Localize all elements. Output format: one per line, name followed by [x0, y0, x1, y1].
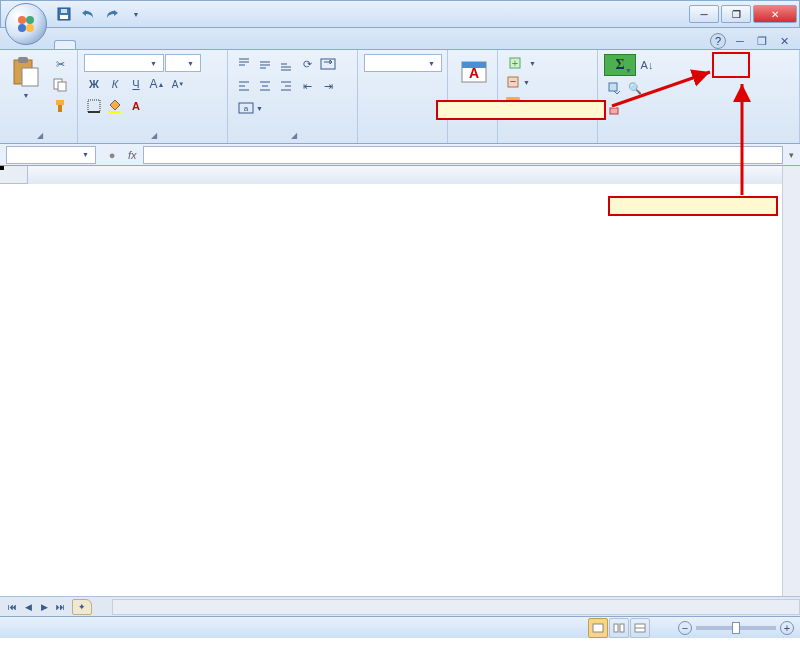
prev-sheet-icon[interactable]: ◀	[20, 599, 36, 615]
select-all-corner[interactable]	[0, 166, 28, 184]
qat-dropdown-icon[interactable]: ▼	[127, 5, 145, 23]
last-sheet-icon[interactable]: ⏭	[52, 599, 68, 615]
svg-rect-52	[593, 624, 603, 632]
maximize-button[interactable]: ❐	[721, 5, 751, 23]
svg-text:−: −	[510, 75, 516, 87]
svg-text:+: +	[512, 57, 518, 69]
vertical-scrollbar[interactable]	[782, 166, 800, 596]
svg-rect-12	[56, 100, 64, 105]
office-button[interactable]	[5, 3, 47, 45]
svg-point-1	[26, 16, 34, 24]
cut-icon[interactable]: ✂	[50, 54, 70, 74]
align-bottom-icon[interactable]	[276, 54, 296, 74]
paste-button[interactable]: ▼	[6, 54, 46, 101]
number-format-input[interactable]: ▼	[364, 54, 442, 72]
svg-line-50	[612, 72, 710, 106]
tab-data[interactable]	[136, 41, 156, 49]
align-middle-icon[interactable]	[255, 54, 275, 74]
formula-bar: ▼ ● fx ▾	[0, 144, 800, 166]
tab-view[interactable]	[176, 41, 196, 49]
sheet-tab-bar: ⏮ ◀ ▶ ⏭ ✦	[0, 596, 800, 616]
orientation-icon[interactable]: ⟳	[297, 54, 317, 74]
tab-insert[interactable]	[76, 41, 96, 49]
callout-autosum	[436, 100, 606, 120]
format-painter-icon[interactable]	[50, 96, 70, 116]
view-normal-icon[interactable]	[588, 618, 608, 638]
new-sheet-icon[interactable]: ✦	[72, 599, 92, 615]
svg-rect-26	[321, 59, 335, 69]
styles-button[interactable]: A	[454, 54, 494, 90]
align-left-icon[interactable]	[234, 76, 254, 96]
svg-rect-6	[61, 9, 67, 13]
view-pagebreak-icon[interactable]	[630, 618, 650, 638]
doc-close-icon[interactable]: ✕	[776, 33, 792, 49]
align-center-icon[interactable]	[255, 76, 275, 96]
expand-formula-icon[interactable]: ▾	[783, 150, 800, 160]
svg-rect-5	[60, 15, 68, 19]
svg-rect-13	[58, 105, 62, 112]
tab-home[interactable]	[54, 40, 76, 49]
svg-point-0	[18, 16, 26, 24]
bold-icon[interactable]: Ж	[84, 74, 104, 94]
view-layout-icon[interactable]	[609, 618, 629, 638]
zoom-slider[interactable]	[696, 626, 776, 630]
svg-text:A: A	[469, 65, 479, 81]
help-icon[interactable]: ?	[710, 33, 726, 49]
svg-rect-53	[614, 624, 618, 632]
doc-minimize-icon[interactable]: ─	[732, 33, 748, 49]
next-sheet-icon[interactable]: ▶	[36, 599, 52, 615]
fill-color-icon[interactable]	[105, 96, 125, 116]
svg-rect-14	[88, 100, 100, 112]
tab-page-layout[interactable]	[96, 41, 116, 49]
first-sheet-icon[interactable]: ⏮	[4, 599, 20, 615]
ribbon-tabs: ? ─ ❐ ✕	[0, 28, 800, 50]
align-right-icon[interactable]	[276, 76, 296, 96]
doc-restore-icon[interactable]: ❐	[754, 33, 770, 49]
font-name-input[interactable]: ▼	[84, 54, 164, 72]
fx-icon[interactable]: fx	[128, 149, 137, 161]
horizontal-scrollbar[interactable]	[112, 599, 800, 615]
svg-point-2	[18, 24, 26, 32]
wrap-text-icon[interactable]	[318, 54, 338, 74]
svg-rect-8	[18, 57, 28, 63]
grow-font-icon[interactable]: A▲	[147, 74, 167, 94]
svg-point-3	[26, 24, 34, 32]
quick-access-toolbar: ▼	[55, 5, 145, 23]
svg-rect-16	[109, 111, 121, 113]
save-icon[interactable]	[55, 5, 73, 23]
align-top-icon[interactable]	[234, 54, 254, 74]
name-box[interactable]: ▼	[6, 146, 96, 164]
font-size-input[interactable]: ▼	[165, 54, 201, 72]
title-bar: ▼ ─ ❐ ✕	[0, 0, 800, 28]
redo-icon[interactable]	[103, 5, 121, 23]
font-color-icon[interactable]: A	[126, 96, 146, 116]
delete-cells-button[interactable]: −▼	[504, 73, 534, 91]
tab-formulas[interactable]	[116, 41, 136, 49]
insert-cells-button[interactable]: + ▼	[504, 54, 542, 72]
zoom-in-icon[interactable]: +	[780, 621, 794, 635]
svg-text:a: a	[244, 104, 249, 113]
svg-rect-9	[22, 68, 38, 86]
copy-icon[interactable]	[50, 75, 70, 95]
increase-indent-icon[interactable]: ⇥	[318, 76, 338, 96]
status-bar: − +	[0, 616, 800, 638]
spreadsheet-grid[interactable]	[0, 166, 800, 596]
close-button[interactable]: ✕	[753, 5, 797, 23]
tab-review[interactable]	[156, 41, 176, 49]
svg-rect-54	[620, 624, 624, 632]
decrease-indent-icon[interactable]: ⇤	[297, 76, 317, 96]
undo-icon[interactable]	[79, 5, 97, 23]
svg-rect-11	[58, 82, 66, 91]
minimize-button[interactable]: ─	[689, 5, 719, 23]
merge-center-icon[interactable]: a▼	[234, 98, 269, 118]
italic-icon[interactable]: К	[105, 74, 125, 94]
formula-input[interactable]	[143, 146, 783, 164]
border-icon[interactable]	[84, 96, 104, 116]
callout-dropdown	[608, 196, 778, 216]
zoom-out-icon[interactable]: −	[678, 621, 692, 635]
shrink-font-icon[interactable]: A▼	[168, 74, 188, 94]
underline-icon[interactable]: Ч	[126, 74, 146, 94]
